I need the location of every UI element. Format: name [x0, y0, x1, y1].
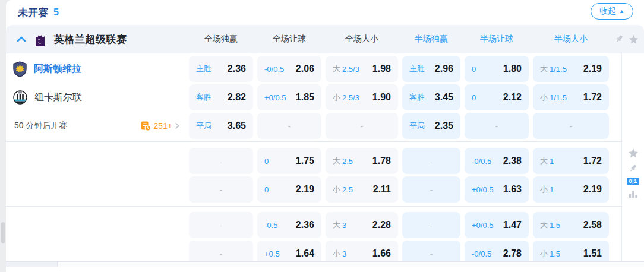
home-team-row[interactable]: 阿斯顿维拉: [6, 61, 185, 77]
odds-cell[interactable]: +0/0.51.63: [465, 176, 529, 203]
scrollbar-thumb[interactable]: [1, 222, 5, 243]
odds-cell[interactable]: 平局3.65: [189, 113, 253, 139]
odds-block: 阿斯顿维拉 主胜2.36-0/0.52.06大2.5/31.98主胜2.9601…: [6, 56, 621, 139]
odds-cell[interactable]: 大2.51.78: [326, 148, 398, 174]
over-under-prefix: 小: [333, 92, 340, 103]
match-info-slot: 50 分钟后开赛 251+: [6, 113, 185, 139]
odds-value: 1.78: [372, 156, 391, 166]
chevron-up-icon[interactable]: [17, 36, 26, 43]
selection-label: 2.5: [342, 157, 353, 166]
odds-cell[interactable]: 01.75: [257, 148, 321, 174]
collapse-button[interactable]: 收起 ▲: [591, 3, 633, 20]
odds-value: 2.06: [296, 64, 314, 74]
match-info-slot: 纽卡斯尔联: [6, 84, 185, 110]
odds-cell[interactable]: 主胜2.36: [189, 56, 253, 82]
status-topbar: 未开赛 5 收起 ▲: [6, 0, 644, 25]
empty-dash: -: [361, 122, 363, 131]
more-markets-link[interactable]: 251+: [140, 121, 180, 131]
odds-cell[interactable]: 02.12: [465, 84, 529, 110]
chevron-right-icon: [175, 122, 180, 129]
odds-value: 2.28: [372, 220, 391, 230]
odds-cell[interactable]: -0/0.52.38: [465, 148, 529, 174]
favorite-star-icon[interactable]: [627, 147, 639, 159]
odds-cell[interactable]: 大1.52.58: [533, 212, 609, 238]
empty-dash: -: [288, 122, 291, 131]
column-header-half-handicap[interactable]: 半场让球: [465, 34, 529, 45]
empty-dash: -: [430, 221, 433, 230]
odds-cell[interactable]: 大2.5/31.98: [326, 56, 398, 82]
odds-value: 2.36: [228, 64, 246, 74]
odds-value: 2.96: [435, 64, 453, 74]
odds-cell[interactable]: 01.80: [465, 56, 529, 82]
over-under-prefix: 小: [333, 184, 340, 195]
selection-label: 0: [264, 157, 269, 166]
odds-cell[interactable]: 大32.28: [326, 212, 398, 238]
collapse-button-label: 收起: [599, 6, 616, 17]
column-header-full-handicap: 全场让球: [257, 34, 321, 45]
match-info-slot: [6, 148, 185, 174]
selection-label: 平局: [409, 121, 425, 131]
odds-format-badge[interactable]: 0|1: [627, 178, 639, 185]
stats-bar-chart-icon[interactable]: [629, 189, 638, 198]
selection-label: 3: [342, 249, 346, 258]
odds-cell[interactable]: 小2.52.11: [326, 176, 398, 203]
start-time-text: 50 分钟后开赛: [14, 121, 67, 131]
over-under-prefix: 大: [540, 220, 548, 230]
odds-row: --0.52.36大32.28-+0/0.51.47大1.52.58: [6, 212, 621, 238]
match-info-slot: [6, 176, 185, 203]
odds-value: 1.80: [503, 64, 522, 74]
selection-label: 1/1.5: [550, 93, 567, 102]
odds-row: 50 分钟后开赛 251+ 平局3.65--平局2.35--: [6, 113, 621, 139]
next-section-edge: [6, 261, 644, 267]
odds-cell[interactable]: 大11.72: [533, 148, 609, 174]
star-icon[interactable]: [628, 34, 639, 45]
empty-dash: -: [570, 122, 572, 131]
triangle-up-icon: ▲: [619, 9, 624, 14]
odds-value: 2.58: [583, 220, 602, 230]
odds-cell[interactable]: 02.19: [257, 176, 321, 203]
over-under-prefix: 大: [333, 156, 340, 166]
odds-cell[interactable]: -0.52.36: [257, 212, 321, 238]
odds-value: 1.47: [503, 220, 522, 230]
column-header-half-overunder[interactable]: 半场大小: [533, 34, 609, 45]
odds-cell-empty: -: [189, 212, 253, 238]
selection-label: 3: [342, 221, 346, 230]
odds-cell-empty: -: [402, 148, 460, 174]
odds-value: 1.51: [583, 248, 602, 259]
odds-cell-empty: -: [326, 113, 398, 139]
selection-label: 主胜: [409, 64, 425, 74]
pin-match-icon[interactable]: [628, 163, 638, 173]
odds-cell[interactable]: +0/0.51.47: [465, 212, 529, 238]
odds-cell[interactable]: 主胜2.96: [402, 56, 460, 82]
odds-cell[interactable]: 小1/1.51.72: [533, 84, 609, 110]
odds-value: 1.66: [372, 248, 391, 259]
selection-label: -0/0.5: [472, 249, 491, 258]
odds-cell[interactable]: -0/0.52.06: [257, 56, 321, 82]
selection-label: 平局: [196, 121, 211, 131]
away-team-row[interactable]: 纽卡斯尔联: [6, 90, 185, 105]
odds-cell[interactable]: 大1/1.52.19: [533, 56, 609, 82]
odds-value: 2.12: [503, 92, 522, 103]
odds-value: 3.65: [228, 121, 246, 131]
column-header-half-1x2[interactable]: 半场独赢: [402, 34, 460, 45]
odds-cell[interactable]: +0/0.51.85: [257, 84, 321, 110]
page-scrollbar: [0, 0, 6, 272]
status-count: 5: [53, 7, 59, 18]
selection-label: +0/0.5: [472, 221, 494, 230]
odds-value: 2.19: [583, 64, 602, 74]
odds-value: 1.85: [296, 92, 314, 103]
odds-cell[interactable]: 小2.5/31.90: [326, 84, 398, 110]
selection-label: +0/0.5: [472, 185, 494, 194]
away-team-name: 纽卡斯尔联: [34, 91, 82, 104]
odds-cell[interactable]: 客胜3.45: [402, 84, 460, 110]
empty-dash: -: [220, 157, 222, 166]
odds-cell[interactable]: 小12.19: [533, 176, 609, 203]
odds-cell-empty: -: [189, 176, 253, 203]
odds-cell[interactable]: 平局2.35: [402, 113, 460, 139]
odds-cell[interactable]: 客胜2.82: [189, 84, 253, 110]
pin-icon[interactable]: [614, 34, 624, 45]
status-label: 未开赛: [18, 6, 48, 20]
odds-value: 3.45: [435, 92, 453, 103]
odds-value: 2.38: [503, 156, 522, 166]
odds-value: 2.19: [296, 184, 314, 195]
